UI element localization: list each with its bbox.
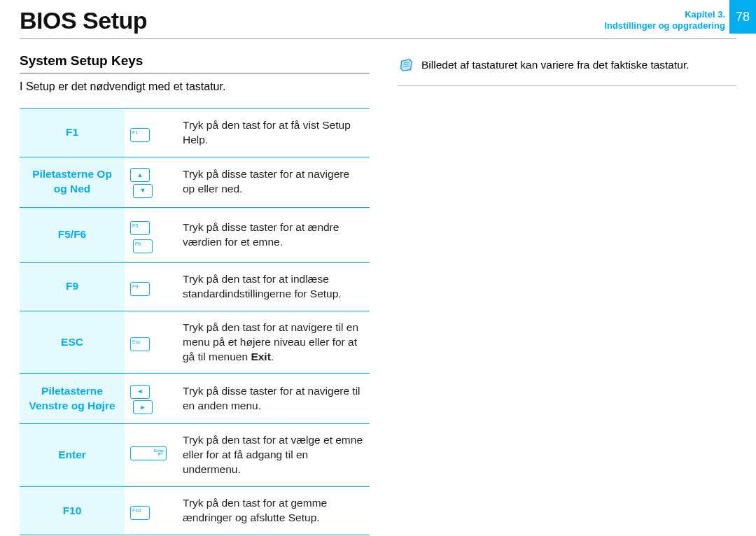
section-divider <box>20 73 370 73</box>
key-name: F10 <box>20 487 125 535</box>
breadcrumb: Kapitel 3. Indstillinger og opgradering … <box>604 7 756 34</box>
section-intro: I Setup er det nødvendigt med et tastatu… <box>20 80 370 93</box>
keycap-arrow-icon: ◄ <box>130 385 150 399</box>
keycap-icon: F6 <box>133 239 153 253</box>
keycap-icon: Esc <box>130 337 150 351</box>
key-description: Tryk på disse taster for at navigere til… <box>177 374 370 424</box>
keys-table: F1F1Tryk på den tast for at få vist Setu… <box>20 108 370 535</box>
key-name: F9 <box>20 262 125 311</box>
key-description: Tryk på disse taster for at ændre værdie… <box>177 207 370 262</box>
key-description: Tryk på den tast for at vælge et emne el… <box>177 424 370 487</box>
note-icon <box>399 57 414 76</box>
table-row: Piletasterne Op og Ned▲▼Tryk på disse ta… <box>20 157 370 207</box>
key-description: Tryk på den tast for at navigere til en … <box>177 311 370 374</box>
chapter-label: Kapitel 3. <box>604 9 725 20</box>
key-icon-cell: F5F6 <box>125 207 177 262</box>
keycap-arrow-icon: ▲ <box>130 168 150 182</box>
table-row: F10F10Tryk på den tast for at gemme ændr… <box>20 487 370 535</box>
keycap-arrow-icon: ▼ <box>133 184 153 198</box>
section-title: System Setup Keys <box>20 53 370 69</box>
key-description: Tryk på disse taster for at navigere op … <box>177 157 370 207</box>
key-name: ESC <box>20 311 125 374</box>
key-description: Tryk på den tast for at indlæse standard… <box>177 262 370 311</box>
key-name: F1 <box>20 109 125 157</box>
key-name: Enter <box>20 424 125 487</box>
keycap-icon: F1 <box>130 128 150 142</box>
keycap-arrow-icon: ► <box>133 400 153 414</box>
key-icon-cell: Enter↵ <box>125 424 177 487</box>
key-name: F5/F6 <box>20 207 125 262</box>
header-divider <box>20 38 736 39</box>
chapter-sub: Indstillinger og opgradering <box>604 20 725 31</box>
key-icon-cell: F1 <box>125 109 177 157</box>
key-icon-cell: Esc <box>125 311 177 374</box>
table-row: F9F9Tryk på den tast for at indlæse stan… <box>20 262 370 311</box>
keycap-enter-icon: Enter↵ <box>130 446 167 460</box>
table-row: ESCEscTryk på den tast for at navigere t… <box>20 311 370 374</box>
key-icon-cell: ◄► <box>125 374 177 424</box>
table-row: F1F1Tryk på den tast for at få vist Setu… <box>20 109 370 157</box>
key-icon-cell: ▲▼ <box>125 157 177 207</box>
keyboard-note: Billedet af tastaturet kan variere fra d… <box>398 53 736 86</box>
page-title: BIOS Setup <box>20 7 147 34</box>
table-row: Piletasterne Venstre og Højre◄►Tryk på d… <box>20 374 370 424</box>
note-text: Billedet af tastaturet kan variere fra d… <box>421 57 690 71</box>
keycap-icon: F10 <box>130 506 150 520</box>
key-name: Piletasterne Op og Ned <box>20 157 125 207</box>
table-row: EnterEnter↵Tryk på den tast for at vælge… <box>20 424 370 487</box>
keycap-icon: F9 <box>130 282 150 296</box>
left-column: System Setup Keys I Setup er det nødvend… <box>20 53 370 535</box>
page-header: BIOS Setup Kapitel 3. Indstillinger og o… <box>0 0 756 38</box>
right-column: Billedet af tastaturet kan variere fra d… <box>398 53 736 535</box>
key-icon-cell: F9 <box>125 262 177 311</box>
table-row: F5/F6F5F6Tryk på disse taster for at ænd… <box>20 207 370 262</box>
page-number-badge: 78 <box>729 0 756 34</box>
key-icon-cell: F10 <box>125 487 177 535</box>
keycap-icon: F5 <box>130 221 150 235</box>
key-description: Tryk på den tast for at få vist Setup He… <box>177 109 370 157</box>
key-name: Piletasterne Venstre og Højre <box>20 374 125 424</box>
key-description: Tryk på den tast for at gemme ændringer … <box>177 487 370 535</box>
